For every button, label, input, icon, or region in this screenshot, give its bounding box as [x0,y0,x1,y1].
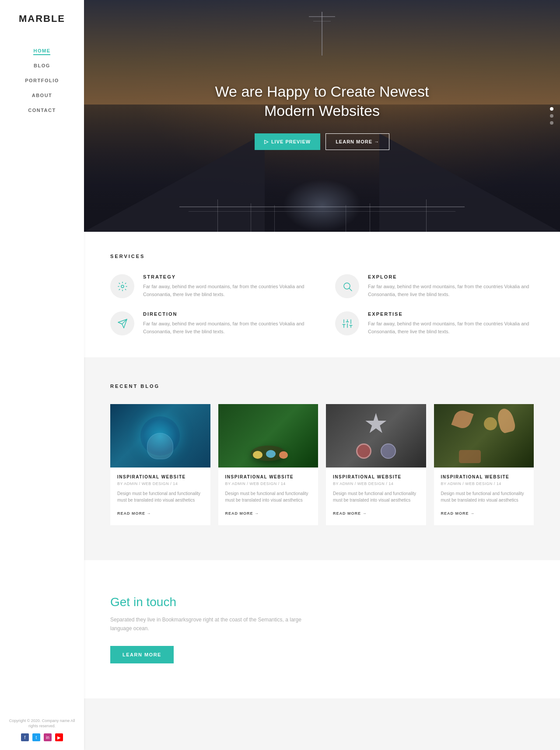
sidebar-item-about[interactable]: ABOUT [25,91,59,99]
blog-card-4-meta: BY ADMIN / WEB DESIGN / 14 [441,481,527,486]
facebook-icon[interactable]: f [21,733,29,741]
blog-card-4-body: INSPIRATIONAL WEBSITE BY ADMIN / WEB DES… [434,467,534,525]
hero-buttons: ▷ LIVE PREVIEW LEARN MORE → [208,133,436,150]
nav-link-portfolio[interactable]: PORTFOLIO [25,78,59,83]
expertise-content: EXPERTISE Far far away, behind the word … [368,311,534,335]
blog-card-2-desc: Design must be functional and functional… [225,490,312,503]
blog-card-2-meta: BY ADMIN / WEB DESIGN / 14 [225,481,312,486]
gear-icon [117,281,128,292]
service-direction: DIRECTION Far far away, behind the word … [110,311,309,335]
blog-card-1-body: INSPIRATIONAL WEBSITE BY ADMIN / WEB DES… [110,467,210,525]
youtube-icon[interactable]: ▶ [55,733,63,741]
social-links: f t in ▶ [7,733,77,741]
direction-content: DIRECTION Far far away, behind the word … [143,311,309,335]
blog-card-4-desc: Design must be functional and functional… [441,490,527,503]
blog-card-3-body: INSPIRATIONAL WEBSITE BY ADMIN / WEB DES… [326,467,426,525]
site-logo: MARBLE [19,13,65,24]
blog-section: RECENT BLOG INSPIRATIONAL WEBSITE BY ADM… [84,357,560,560]
blog-card-4-image [434,404,534,467]
explore-desc: Far far away, behind the word mountains,… [368,283,534,298]
instagram-icon[interactable]: in [44,733,52,741]
blog-card-3-title: INSPIRATIONAL WEBSITE [333,474,419,479]
hero-title: We are Happy to Create Newest Modern Web… [208,82,436,120]
nav-link-about[interactable]: ABOUT [32,93,52,98]
blog-card-1-desc: Design must be functional and functional… [117,490,203,503]
nav-link-contact[interactable]: CONTACT [28,108,56,113]
service-strategy: STRATEGY Far far away, behind the word m… [110,274,309,298]
contact-desc: Separated they live in Bookmarksgrove ri… [110,616,307,632]
blog-card-3-meta: BY ADMIN / WEB DESIGN / 14 [333,481,419,486]
play-icon: ▷ [264,139,269,145]
hero-pagination-dots [550,107,553,125]
nav-list: HOME BLOG PORTFOLIO ABOUT CONTACT [25,46,59,114]
blog-card-2[interactable]: INSPIRATIONAL WEBSITE BY ADMIN / WEB DES… [218,404,318,525]
hero-railing [84,151,560,232]
sidebar-item-home[interactable]: HOME [25,46,59,54]
direction-icon-wrap [110,311,134,335]
sliders-icon [342,318,353,329]
expertise-icon-wrap [335,311,359,335]
explore-title: EXPLORE [368,274,534,279]
blog-card-4-read-more[interactable]: READ MORE → [441,511,475,516]
direction-title: DIRECTION [143,311,309,317]
blog-card-2-read-more[interactable]: READ MORE → [225,511,259,516]
copyright-text: Copyright © 2020. Company name All right… [7,718,77,729]
blog-card-1-read-more[interactable]: READ MORE → [117,511,151,516]
live-preview-button[interactable]: ▷ LIVE PREVIEW [255,133,320,150]
sidebar-nav: HOME BLOG PORTFOLIO ABOUT CONTACT [25,46,59,121]
strategy-content: STRATEGY Far far away, behind the word m… [143,274,309,298]
strategy-title: STRATEGY [143,274,309,279]
search-icon [342,281,353,292]
twitter-icon[interactable]: t [32,733,40,741]
blog-card-1-meta: BY ADMIN / WEB DESIGN / 14 [117,481,203,486]
main-content: We are Happy to Create Newest Modern Web… [84,0,560,750]
learn-more-button[interactable]: LEARN MORE → [326,133,389,150]
antenna-arm-h [309,16,335,17]
explore-icon-wrap [335,274,359,298]
hero-dot-3[interactable] [550,121,553,125]
blog-card-2-image [218,404,318,467]
contact-section: Get in touch Separated they live in Book… [84,560,560,698]
services-grid: STRATEGY Far far away, behind the word m… [110,274,534,335]
svg-line-2 [349,288,352,291]
sidebar-footer: Copyright © 2020. Company name All right… [0,718,84,741]
sidebar-item-blog[interactable]: BLOG [25,61,59,69]
hero-dot-2[interactable] [550,114,553,118]
expertise-title: EXPERTISE [368,311,534,317]
sidebar-item-portfolio[interactable]: PORTFOLIO [25,76,59,84]
blog-section-title: RECENT BLOG [110,384,534,389]
contact-learn-more-button[interactable]: LEARN MORE [110,646,174,663]
antenna-mast [322,12,322,56]
send-icon [117,318,128,329]
contact-title: Get in touch [110,595,534,609]
blog-card-3-image [326,404,426,467]
blog-card-2-body: INSPIRATIONAL WEBSITE BY ADMIN / WEB DES… [218,467,318,525]
blog-grid: INSPIRATIONAL WEBSITE BY ADMIN / WEB DES… [110,404,534,525]
blog-card-4[interactable]: INSPIRATIONAL WEBSITE BY ADMIN / WEB DES… [434,404,534,525]
blog-card-4-title: INSPIRATIONAL WEBSITE [441,474,527,479]
direction-desc: Far far away, behind the word mountains,… [143,320,309,335]
hero-section: We are Happy to Create Newest Modern Web… [84,0,560,232]
sidebar: MARBLE HOME BLOG PORTFOLIO ABOUT CONTACT… [0,0,84,750]
blog-card-3[interactable]: INSPIRATIONAL WEBSITE BY ADMIN / WEB DES… [326,404,426,525]
explore-content: EXPLORE Far far away, behind the word mo… [368,274,534,298]
strategy-desc: Far far away, behind the word mountains,… [143,283,309,298]
nav-link-home[interactable]: HOME [33,48,50,55]
strategy-icon-wrap [110,274,134,298]
nav-link-blog[interactable]: BLOG [34,63,50,68]
antenna-arm-h2 [313,21,331,21]
hero-dot-1[interactable] [550,107,553,111]
blog-card-3-read-more[interactable]: READ MORE → [333,511,367,516]
hero-content: We are Happy to Create Newest Modern Web… [208,82,436,150]
service-expertise: EXPERTISE Far far away, behind the word … [335,311,534,335]
svg-point-1 [344,283,350,289]
blog-card-1-image [110,404,210,467]
blog-card-1[interactable]: INSPIRATIONAL WEBSITE BY ADMIN / WEB DES… [110,404,210,525]
blog-card-1-title: INSPIRATIONAL WEBSITE [117,474,203,479]
blog-card-3-desc: Design must be functional and functional… [333,490,419,503]
expertise-desc: Far far away, behind the word mountains,… [368,320,534,335]
svg-point-0 [121,285,124,288]
services-section: SERVICES STRATEGY Far far away, behind t… [84,232,560,357]
sidebar-item-contact[interactable]: CONTACT [25,106,59,114]
blog-card-2-title: INSPIRATIONAL WEBSITE [225,474,312,479]
